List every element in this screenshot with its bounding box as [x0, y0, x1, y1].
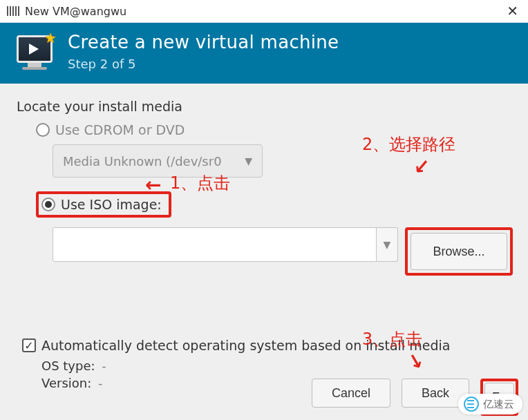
- radio-iso-label: Use ISO image:: [61, 197, 162, 212]
- wizard-content: Locate your install media Use CDROM or D…: [0, 84, 528, 420]
- iso-path-input[interactable]: [53, 227, 377, 262]
- browse-button[interactable]: Browse...: [411, 233, 507, 270]
- annotation-click3: 3、点击: [362, 328, 422, 350]
- cdrom-media-value: Media Unknown (/dev/sr0: [63, 154, 222, 169]
- radio-iso[interactable]: [41, 198, 55, 211]
- watermark-text: 亿速云: [483, 398, 514, 411]
- version-value: -: [98, 376, 103, 390]
- browse-highlight: Browse...: [405, 227, 513, 276]
- watermark-icon: [464, 397, 479, 412]
- chevron-down-icon: ▼: [383, 239, 390, 250]
- cancel-button[interactable]: Cancel: [312, 379, 390, 408]
- radio-cdrom[interactable]: [36, 123, 50, 137]
- close-icon[interactable]: ✕: [504, 3, 521, 19]
- section-title: Locate your install media: [17, 99, 513, 114]
- watermark: 亿速云: [458, 394, 522, 414]
- radio-cdrom-label: Use CDROM or DVD: [55, 122, 185, 137]
- version-label: Version:: [41, 376, 91, 390]
- autodetect-checkbox[interactable]: [22, 338, 36, 352]
- window-title: New VM@wangwu: [25, 5, 126, 18]
- titlebar: New VM@wangwu ✕: [0, 0, 528, 23]
- arrow-down-icon: ↓: [408, 153, 435, 180]
- os-type-value: -: [102, 359, 106, 373]
- cdrom-media-dropdown: Media Unknown (/dev/sr0 ▼: [53, 144, 263, 178]
- annotation-click1: 1、点击: [170, 172, 230, 194]
- wizard-header: ★ Create a new virtual machine Step 2 of…: [0, 23, 528, 84]
- chevron-down-icon: ▼: [245, 155, 252, 166]
- wizard-title: Create a new virtual machine: [68, 32, 339, 52]
- os-type-label: OS type:: [41, 359, 95, 373]
- app-icon: [7, 6, 19, 16]
- wizard-step: Step 2 of 5: [68, 57, 339, 71]
- annotation-path2: 2、选择路径: [362, 133, 455, 155]
- vm-monitor-icon: ★: [14, 31, 55, 71]
- iso-dropdown-button[interactable]: ▼: [377, 227, 398, 262]
- arrow-left-icon: ←: [145, 173, 161, 196]
